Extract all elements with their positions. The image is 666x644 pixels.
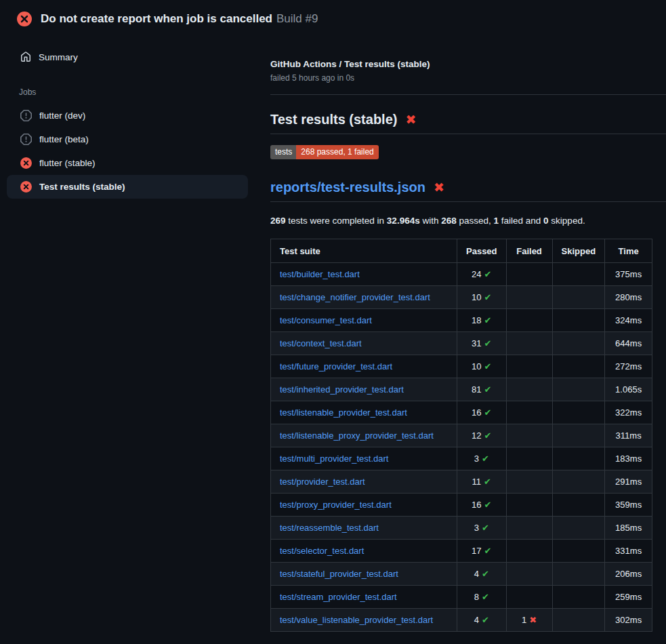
skipped-cell xyxy=(552,332,605,355)
check-icon: ✔ xyxy=(484,477,491,487)
passed-count: 8 xyxy=(474,592,479,602)
suite-link[interactable]: test/listenable_provider_test.dart xyxy=(280,407,407,418)
job-label: flutter (stable) xyxy=(39,158,96,168)
sidebar-job-item[interactable]: flutter (stable) xyxy=(7,151,248,175)
passed-cell: 11✔ xyxy=(457,470,507,494)
suite-link[interactable]: test/value_listenable_provider_test.dart xyxy=(280,615,433,625)
sidebar-item-summary[interactable]: Summary xyxy=(7,45,248,68)
suite-cell: test/provider_test.dart xyxy=(271,470,457,494)
column-header: Passed xyxy=(457,239,507,263)
passed-cell: 17✔ xyxy=(457,540,507,563)
table-row: test/change_notifier_provider_test.dart … xyxy=(271,286,652,309)
sidebar-job-item[interactable]: flutter (beta) xyxy=(7,127,248,151)
time-cell: 259ms xyxy=(605,586,652,609)
table-row: test/stateful_provider_test.dart 4✔ 206m… xyxy=(271,563,652,586)
run-header: Do not create report when job is cancell… xyxy=(0,0,666,36)
passed-cell: 8✔ xyxy=(457,586,507,609)
time-cell: 291ms xyxy=(605,470,652,494)
report-file-link[interactable]: reports/test-results.json xyxy=(270,180,425,195)
passed-cell: 16✔ xyxy=(457,401,507,424)
time-cell: 1.065s xyxy=(605,378,652,401)
passed-cell: 81✔ xyxy=(457,378,507,401)
failed-cell xyxy=(506,332,552,355)
sidebar-job-item[interactable]: flutter (dev) xyxy=(7,104,248,127)
job-label: Test results (stable) xyxy=(39,182,125,192)
job-label: flutter (dev) xyxy=(39,110,85,121)
suite-link[interactable]: test/builder_test.dart xyxy=(280,269,360,279)
suite-cell: test/reassemble_test.dart xyxy=(271,517,457,540)
skipped-cell xyxy=(552,470,605,494)
skipped-cell xyxy=(552,263,605,286)
skipped-cell xyxy=(552,355,605,378)
check-icon: ✔ xyxy=(484,430,492,441)
suite-cell: test/builder_test.dart xyxy=(271,263,457,286)
skipped-cell xyxy=(552,401,605,424)
cancelled-icon xyxy=(20,110,32,121)
suite-link[interactable]: test/reassemble_test.dart xyxy=(280,523,379,533)
suite-link[interactable]: test/consumer_test.dart xyxy=(280,315,372,325)
check-icon: ✔ xyxy=(482,454,489,464)
passed-cell: 4✔ xyxy=(457,609,507,632)
divider xyxy=(270,134,666,134)
passed-cell: 3✔ xyxy=(457,517,507,540)
passed-count: 17 xyxy=(472,546,481,556)
cancelled-icon xyxy=(20,134,32,145)
time-cell: 311ms xyxy=(605,424,652,447)
suite-cell: test/proxy_provider_test.dart xyxy=(271,494,457,517)
home-icon xyxy=(20,52,31,62)
skipped-cell xyxy=(552,447,605,470)
check-icon: ✔ xyxy=(482,592,489,602)
table-row: test/reassemble_test.dart 3✔ 185ms xyxy=(271,517,652,540)
table-row: test/consumer_test.dart 18✔ 324ms xyxy=(271,309,652,332)
suite-link[interactable]: test/inherited_provider_test.dart xyxy=(280,384,404,395)
failed-cell xyxy=(506,540,552,563)
check-icon: ✔ xyxy=(482,523,489,533)
skipped-cell xyxy=(552,494,605,517)
check-icon: ✔ xyxy=(484,269,492,279)
suite-cell: test/inherited_provider_test.dart xyxy=(271,378,457,401)
passed-cell: 10✔ xyxy=(457,355,507,378)
column-header: Failed xyxy=(506,239,552,263)
suite-link[interactable]: test/selector_test.dart xyxy=(280,546,364,556)
report-heading: reports/test-results.json ✖ xyxy=(270,180,666,195)
table-row: test/selector_test.dart 17✔ 331ms xyxy=(271,540,652,563)
suite-link[interactable]: test/multi_provider_test.dart xyxy=(280,454,388,464)
failed-x-icon: ✖ xyxy=(434,181,444,194)
suite-link[interactable]: test/stream_provider_test.dart xyxy=(280,592,397,602)
suite-link[interactable]: test/stateful_provider_test.dart xyxy=(280,569,398,579)
suite-cell: test/future_provider_test.dart xyxy=(271,355,457,378)
suite-link[interactable]: test/proxy_provider_test.dart xyxy=(280,500,392,510)
sidebar: Summary Jobs flutter (dev) flutter (beta… xyxy=(0,36,257,199)
suite-link[interactable]: test/provider_test.dart xyxy=(280,477,365,487)
cross-icon: ✖ xyxy=(529,615,537,625)
main-content: GitHub Actions / Test results (stable) f… xyxy=(257,36,666,632)
suite-link[interactable]: test/context_test.dart xyxy=(280,338,362,348)
passed-cell: 31✔ xyxy=(457,332,507,355)
skipped-cell xyxy=(552,424,605,447)
suite-link[interactable]: test/future_provider_test.dart xyxy=(280,361,392,371)
tests-badge: tests 268 passed, 1 failed xyxy=(270,145,379,159)
job-label: flutter (beta) xyxy=(39,134,89,144)
passed-count: 18 xyxy=(472,315,481,325)
check-icon: ✔ xyxy=(484,384,492,395)
column-header: Time xyxy=(605,239,652,263)
passed-count: 31 xyxy=(472,338,481,348)
failed-cell xyxy=(506,470,552,494)
sidebar-job-item[interactable]: Test results (stable) xyxy=(7,175,248,199)
divider xyxy=(270,201,666,202)
table-row: test/stream_provider_test.dart 8✔ 259ms xyxy=(271,586,652,609)
table-row: test/proxy_provider_test.dart 16✔ 359ms xyxy=(271,494,652,517)
suite-link[interactable]: test/listenable_proxy_provider_test.dart xyxy=(280,430,434,441)
table-row: test/context_test.dart 31✔ 644ms xyxy=(271,332,652,355)
skipped-cell xyxy=(552,309,605,332)
failed-cell xyxy=(506,263,552,286)
table-row: test/builder_test.dart 24✔ 375ms xyxy=(271,263,652,286)
check-icon: ✔ xyxy=(484,546,492,556)
passed-cell: 4✔ xyxy=(457,563,507,586)
time-cell: 331ms xyxy=(605,540,652,563)
time-cell: 206ms xyxy=(605,563,652,586)
results-table-body: test/builder_test.dart 24✔ 375ms test/ch… xyxy=(271,263,652,632)
failed-cell xyxy=(506,586,552,609)
passed-count: 81 xyxy=(472,384,481,395)
suite-link[interactable]: test/change_notifier_provider_test.dart xyxy=(280,292,430,302)
